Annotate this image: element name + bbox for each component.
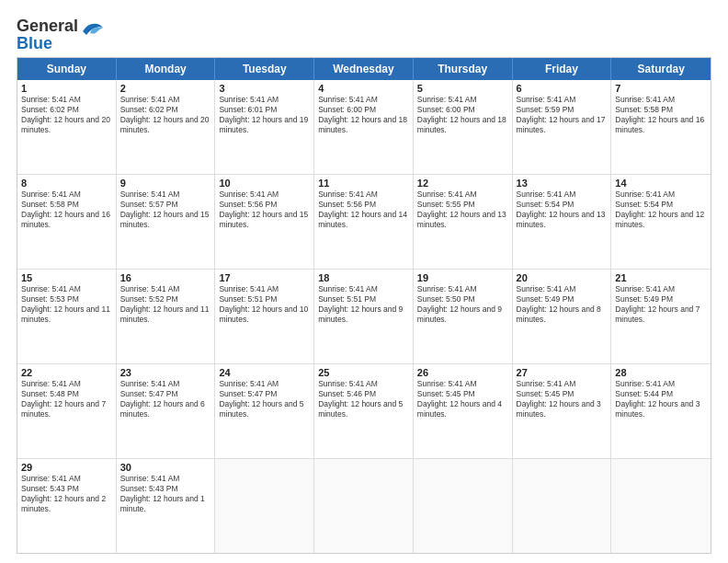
header-sunday: Sunday [17, 58, 117, 80]
calendar-header: Sunday Monday Tuesday Wednesday Thursday… [17, 58, 711, 80]
day-number: 17 [219, 272, 310, 283]
calendar-cell: 21 Sunrise: 5:41 AMSunset: 5:49 PMDaylig… [611, 270, 711, 363]
header-friday: Friday [513, 58, 612, 80]
calendar-cell: 6 Sunrise: 5:41 AMSunset: 5:59 PMDayligh… [513, 80, 612, 174]
cell-info: Sunrise: 5:41 AMSunset: 5:56 PMDaylight:… [318, 190, 409, 230]
calendar-cell [611, 459, 711, 553]
calendar-cell: 1 Sunrise: 5:41 AMSunset: 6:02 PMDayligh… [17, 80, 117, 174]
cell-info: Sunrise: 5:41 AMSunset: 5:46 PMDaylight:… [318, 379, 409, 419]
calendar-cell: 26 Sunrise: 5:41 AMSunset: 5:45 PMDaylig… [414, 364, 513, 458]
cell-info: Sunrise: 5:41 AMSunset: 5:47 PMDaylight:… [120, 379, 211, 419]
day-number: 24 [219, 367, 310, 378]
calendar-cell: 24 Sunrise: 5:41 AMSunset: 5:47 PMDaylig… [215, 364, 314, 458]
day-number: 6 [517, 83, 608, 94]
day-number: 22 [21, 367, 112, 378]
cell-info: Sunrise: 5:41 AMSunset: 5:49 PMDaylight:… [615, 284, 707, 325]
cell-info: Sunrise: 5:41 AMSunset: 5:49 PMDaylight:… [517, 284, 608, 325]
day-number: 4 [318, 83, 409, 94]
calendar-cell: 16 Sunrise: 5:41 AMSunset: 5:52 PMDaylig… [117, 270, 216, 363]
cell-info: Sunrise: 5:41 AMSunset: 5:55 PMDaylight:… [417, 190, 508, 230]
day-number: 1 [21, 83, 112, 94]
calendar-week-5: 29 Sunrise: 5:41 AMSunset: 5:43 PMDaylig… [17, 459, 711, 553]
calendar-cell: 2 Sunrise: 5:41 AMSunset: 6:02 PMDayligh… [117, 80, 216, 174]
calendar-cell: 17 Sunrise: 5:41 AMSunset: 5:51 PMDaylig… [215, 270, 314, 363]
calendar-cell: 22 Sunrise: 5:41 AMSunset: 5:48 PMDaylig… [17, 364, 117, 458]
cell-info: Sunrise: 5:41 AMSunset: 5:54 PMDaylight:… [517, 190, 608, 230]
cell-info: Sunrise: 5:41 AMSunset: 6:01 PMDaylight:… [219, 95, 310, 135]
calendar-cell [414, 459, 513, 553]
calendar-cell: 3 Sunrise: 5:41 AMSunset: 6:01 PMDayligh… [215, 80, 314, 174]
day-number: 2 [120, 83, 211, 94]
cell-info: Sunrise: 5:41 AMSunset: 6:02 PMDaylight:… [120, 95, 211, 135]
day-number: 14 [615, 178, 707, 189]
cell-info: Sunrise: 5:41 AMSunset: 6:00 PMDaylight:… [417, 95, 508, 135]
day-number: 16 [120, 272, 211, 283]
cell-info: Sunrise: 5:41 AMSunset: 5:45 PMDaylight:… [417, 379, 508, 419]
day-number: 10 [219, 178, 310, 189]
cell-info: Sunrise: 5:41 AMSunset: 5:47 PMDaylight:… [219, 379, 310, 419]
header: General Blue [17, 17, 711, 52]
day-number: 11 [318, 178, 409, 189]
cell-info: Sunrise: 5:41 AMSunset: 6:02 PMDaylight:… [21, 95, 112, 135]
day-number: 15 [21, 272, 112, 283]
calendar-cell: 12 Sunrise: 5:41 AMSunset: 5:55 PMDaylig… [414, 175, 513, 269]
calendar-cell: 8 Sunrise: 5:41 AMSunset: 5:58 PMDayligh… [17, 175, 117, 269]
cell-info: Sunrise: 5:41 AMSunset: 5:56 PMDaylight:… [219, 190, 310, 230]
logo-general: General [17, 17, 78, 35]
day-number: 28 [615, 367, 707, 378]
day-number: 30 [120, 462, 211, 473]
calendar-cell: 19 Sunrise: 5:41 AMSunset: 5:50 PMDaylig… [414, 270, 513, 363]
cell-info: Sunrise: 5:41 AMSunset: 5:52 PMDaylight:… [120, 284, 211, 325]
day-number: 23 [120, 367, 211, 378]
calendar-cell [215, 459, 314, 553]
calendar-body: 1 Sunrise: 5:41 AMSunset: 6:02 PMDayligh… [17, 80, 711, 553]
day-number: 12 [417, 178, 508, 189]
calendar-cell: 27 Sunrise: 5:41 AMSunset: 5:45 PMDaylig… [513, 364, 612, 458]
cell-info: Sunrise: 5:41 AMSunset: 5:57 PMDaylight:… [120, 190, 211, 230]
calendar-week-1: 1 Sunrise: 5:41 AMSunset: 6:02 PMDayligh… [17, 80, 711, 175]
calendar-week-4: 22 Sunrise: 5:41 AMSunset: 5:48 PMDaylig… [17, 364, 711, 459]
day-number: 3 [219, 83, 310, 94]
day-number: 26 [417, 367, 508, 378]
day-number: 19 [417, 272, 508, 283]
calendar-cell: 20 Sunrise: 5:41 AMSunset: 5:49 PMDaylig… [513, 270, 612, 363]
calendar-cell: 5 Sunrise: 5:41 AMSunset: 6:00 PMDayligh… [414, 80, 513, 174]
cell-info: Sunrise: 5:41 AMSunset: 5:45 PMDaylight:… [517, 379, 608, 419]
calendar-week-3: 15 Sunrise: 5:41 AMSunset: 5:53 PMDaylig… [17, 270, 711, 364]
header-wednesday: Wednesday [314, 58, 414, 80]
calendar-cell: 7 Sunrise: 5:41 AMSunset: 5:58 PMDayligh… [611, 80, 711, 174]
cell-info: Sunrise: 5:41 AMSunset: 5:48 PMDaylight:… [21, 379, 112, 419]
day-number: 25 [318, 367, 409, 378]
header-thursday: Thursday [414, 58, 513, 80]
day-number: 9 [120, 178, 211, 189]
header-saturday: Saturday [611, 58, 711, 80]
cell-info: Sunrise: 5:41 AMSunset: 5:59 PMDaylight:… [517, 95, 608, 135]
calendar-cell: 11 Sunrise: 5:41 AMSunset: 5:56 PMDaylig… [314, 175, 414, 269]
page: General Blue Sunday Monday Tuesday Wedne… [0, 0, 728, 563]
cell-info: Sunrise: 5:41 AMSunset: 5:51 PMDaylight:… [318, 284, 409, 325]
calendar-cell: 9 Sunrise: 5:41 AMSunset: 5:57 PMDayligh… [117, 175, 216, 269]
calendar-cell [314, 459, 414, 553]
calendar-cell: 4 Sunrise: 5:41 AMSunset: 6:00 PMDayligh… [314, 80, 414, 174]
day-number: 29 [21, 462, 112, 473]
calendar-cell: 28 Sunrise: 5:41 AMSunset: 5:44 PMDaylig… [611, 364, 711, 458]
day-number: 13 [517, 178, 608, 189]
cell-info: Sunrise: 5:41 AMSunset: 5:51 PMDaylight:… [219, 284, 310, 325]
header-tuesday: Tuesday [215, 58, 314, 80]
day-number: 5 [417, 83, 508, 94]
day-number: 8 [21, 178, 112, 189]
day-number: 20 [517, 272, 608, 283]
calendar-cell: 23 Sunrise: 5:41 AMSunset: 5:47 PMDaylig… [117, 364, 216, 458]
calendar-cell: 25 Sunrise: 5:41 AMSunset: 5:46 PMDaylig… [314, 364, 414, 458]
calendar-cell: 30 Sunrise: 5:41 AMSunset: 5:43 PMDaylig… [117, 459, 216, 553]
logo-bird-icon [79, 18, 105, 35]
calendar-cell: 15 Sunrise: 5:41 AMSunset: 5:53 PMDaylig… [17, 270, 117, 363]
calendar-cell: 18 Sunrise: 5:41 AMSunset: 5:51 PMDaylig… [314, 270, 414, 363]
cell-info: Sunrise: 5:41 AMSunset: 5:43 PMDaylight:… [120, 474, 211, 514]
day-number: 21 [615, 272, 707, 283]
calendar-cell: 14 Sunrise: 5:41 AMSunset: 5:54 PMDaylig… [611, 175, 711, 269]
day-number: 18 [318, 272, 409, 283]
calendar-week-2: 8 Sunrise: 5:41 AMSunset: 5:58 PMDayligh… [17, 175, 711, 270]
calendar-cell: 29 Sunrise: 5:41 AMSunset: 5:43 PMDaylig… [17, 459, 117, 553]
cell-info: Sunrise: 5:41 AMSunset: 5:54 PMDaylight:… [615, 190, 707, 230]
